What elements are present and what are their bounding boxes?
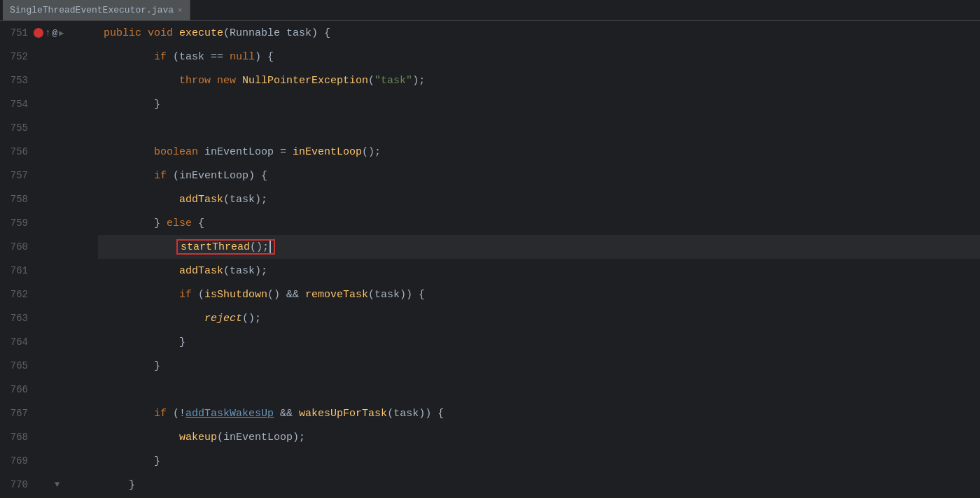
tab-close-button[interactable]: × — [178, 6, 183, 15]
gutter-row-757: 757 — [6, 164, 92, 187]
keyword-new-753: new — [217, 75, 242, 87]
line-number-770: 770 — [6, 479, 28, 490]
fn-startthread-760: startThread — [181, 241, 250, 253]
line-number-760: 760 — [6, 241, 28, 252]
line-number-757: 757 — [6, 170, 28, 181]
op-765: } — [154, 360, 160, 372]
fn-reject-763: reject — [204, 313, 242, 325]
gutter-row-759: 759 — [6, 211, 92, 235]
op-762c: (task)) { — [368, 289, 425, 301]
gutter-row-753: 753 — [6, 69, 92, 92]
code-line-757: if (inEventLoop) { — [98, 164, 980, 187]
line-number-756: 756 — [6, 146, 28, 157]
line-number-751: 751 — [6, 27, 28, 38]
indent-768 — [104, 432, 179, 443]
indent-769 — [104, 455, 154, 467]
keyword-if-757: if — [154, 170, 173, 182]
indent-765 — [104, 360, 154, 372]
at-icon: @ — [52, 28, 57, 38]
gutter-row-761: 761 — [6, 259, 92, 283]
gutter-row-760: 760 — [6, 235, 92, 259]
editor-tab[interactable]: SingleThreadEventExecutor.java × — [3, 0, 190, 20]
line-number-762: 762 — [6, 289, 28, 300]
op-752b: ) { — [255, 51, 274, 63]
code-line-761: addTask(task); — [98, 259, 980, 283]
keyword-else-759: else — [167, 218, 198, 229]
code-line-754: } — [98, 92, 980, 116]
gutter-row-751: 751 ↑ @ ▶ — [6, 21, 92, 45]
indent-754 — [104, 99, 154, 111]
gutter-row-767: 767 — [6, 401, 92, 425]
op-761: (task); — [223, 265, 267, 277]
op-paren-close: ) { — [312, 27, 330, 39]
op-764: } — [179, 336, 186, 348]
op-756: = — [274, 146, 293, 158]
code-line-762: if (isShutdown() && removeTask(task)) { — [98, 283, 980, 306]
gutter-row-754: 754 — [6, 92, 92, 116]
gutter-row-755: 755 — [6, 116, 92, 140]
red-box-760: startThread(); — [176, 239, 275, 255]
fn-execute: execute — [179, 27, 223, 39]
indent-756 — [104, 146, 154, 158]
tab-bar: SingleThreadEventExecutor.java × — [0, 0, 980, 21]
op-756b: (); — [362, 146, 381, 158]
gutter-row-752: 752 — [6, 45, 92, 69]
fn-ineventloop-756: inEventLoop — [293, 146, 362, 158]
code-lines: public void execute(Runnable task) { if … — [98, 21, 980, 498]
op-767b: && — [274, 408, 299, 420]
op-paren: ( — [223, 27, 230, 39]
indent-752 — [104, 51, 154, 63]
var-ineventloop-756: inEventLoop — [204, 146, 274, 158]
op-767c: (task)) { — [387, 408, 444, 420]
code-line-766 — [98, 378, 980, 401]
gutter-row-763: 763 — [6, 306, 92, 330]
line-number-763: 763 — [6, 313, 28, 324]
indent-762 — [104, 289, 179, 301]
gutter-icons-770: ▼ — [34, 480, 64, 490]
indent-757 — [104, 170, 154, 182]
keyword-if-767: if — [154, 408, 173, 420]
indent-753 — [104, 75, 179, 87]
op-754: } — [154, 99, 160, 111]
op-768: (inEventLoop); — [217, 432, 305, 443]
code-line-768: wakeup(inEventLoop); — [98, 425, 980, 449]
type-runnable: Runnable — [230, 27, 280, 39]
line-number-765: 765 — [6, 360, 28, 371]
op-753: ( — [368, 75, 374, 87]
line-number-754: 754 — [6, 99, 28, 110]
op-757: (inEventLoop) { — [173, 170, 267, 182]
indent-770 — [104, 479, 129, 491]
fn-wakesupfortask-767: wakesUpForTask — [299, 408, 387, 420]
code-line-763: reject(); — [98, 306, 980, 330]
keyword-if-762: if — [179, 289, 198, 301]
keyword-throw-753: throw — [179, 75, 217, 87]
line-number-764: 764 — [6, 336, 28, 348]
code-line-760: startThread(); — [98, 235, 980, 259]
gutter-row-762: 762 — [6, 283, 92, 306]
code-line-765: } — [98, 354, 980, 378]
op-770: } — [129, 479, 135, 491]
op-767: (! — [173, 408, 186, 420]
gutter-row-768: 768 — [6, 425, 92, 449]
gutter-row-766: 766 — [6, 378, 92, 401]
chevron-right-icon[interactable]: ▶ — [59, 28, 64, 38]
line-number-766: 766 — [6, 384, 28, 395]
var-task: task — [280, 27, 312, 39]
breakpoint-icon[interactable] — [34, 28, 43, 38]
str-task: "task" — [374, 75, 412, 87]
code-line-759: } else { — [98, 211, 980, 235]
var-addtaskwakesup-767: addTaskWakesUp — [186, 408, 274, 420]
indent-764 — [104, 336, 179, 348]
line-number-761: 761 — [6, 265, 28, 276]
op-753b: ); — [412, 75, 425, 87]
line-number-759: 759 — [6, 218, 28, 229]
code-line-770: } — [98, 473, 980, 497]
fn-wakeup-768: wakeup — [179, 432, 217, 443]
fold-icon-770[interactable]: ▼ — [55, 480, 59, 490]
step-arrow-icon: ↑ — [45, 27, 50, 38]
code-line-764: } — [98, 330, 980, 354]
gutter-row-758: 758 — [6, 187, 92, 211]
gutter-row-770: 770 ▼ — [6, 473, 92, 497]
line-gutter: 751 ↑ @ ▶ 752 753 754 — [0, 21, 98, 498]
code-area: 751 ↑ @ ▶ 752 753 754 — [0, 21, 980, 498]
